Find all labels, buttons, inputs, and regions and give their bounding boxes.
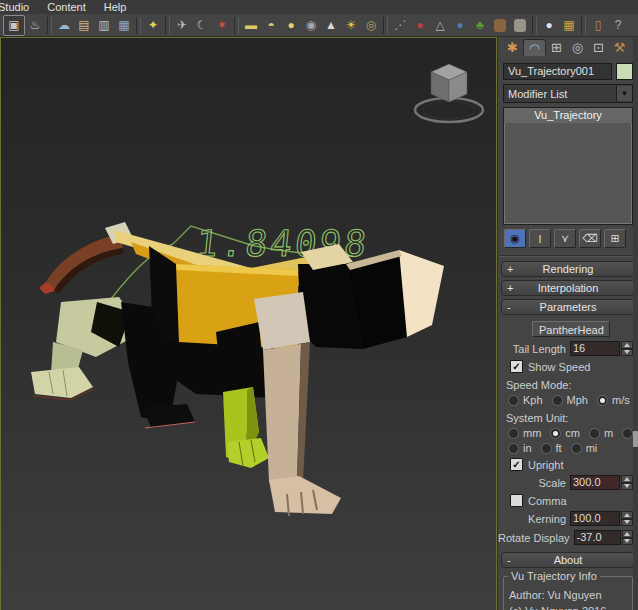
- help-icon[interactable]: ?: [608, 16, 628, 35]
- configure-modifier-sets-button[interactable]: ⊞: [604, 229, 626, 248]
- about-groupbox: Vu Trajectory Info Author: Vu Nguyen(c) …: [503, 576, 633, 610]
- rollout-interpolation[interactable]: + Interpolation: [501, 280, 635, 296]
- speed-mode-radio[interactable]: Kph: [508, 394, 543, 406]
- separator[interactable]: [532, 17, 537, 34]
- scale-spinner[interactable]: [621, 475, 633, 490]
- object-color-swatch[interactable]: [616, 63, 633, 80]
- airplane-icon[interactable]: ✈: [172, 16, 192, 35]
- schedule-icon[interactable]: ▦: [114, 16, 134, 35]
- rollout-parameters[interactable]: - Parameters: [501, 299, 635, 315]
- system-unit-radio[interactable]: in: [508, 442, 532, 454]
- about-line: (c) Vu Nguyen 2016: [509, 603, 627, 610]
- berry-icon[interactable]: ●: [410, 16, 430, 35]
- pin-stack-button[interactable]: ◉: [504, 229, 526, 248]
- separator[interactable]: [581, 17, 586, 34]
- light-bulb-icon[interactable]: ✦: [143, 16, 163, 35]
- sun-icon[interactable]: ☀: [341, 16, 361, 35]
- derrick-icon[interactable]: △: [430, 16, 450, 35]
- separator[interactable]: [165, 17, 170, 34]
- document-icon[interactable]: ▥: [94, 16, 114, 35]
- render-view-icon[interactable]: ▣: [3, 15, 25, 36]
- kerning-spinner[interactable]: [621, 511, 633, 526]
- about-group-title: Vu Trajectory Info: [508, 570, 600, 582]
- speed-mode-radio[interactable]: Mph: [552, 394, 588, 406]
- disc-icon[interactable]: ◎: [361, 16, 381, 35]
- scale-field[interactable]: 300.0: [570, 475, 620, 490]
- tab-hierarchy[interactable]: ⊞: [546, 39, 567, 56]
- tail-length-label: Tail Length: [513, 343, 566, 355]
- show-end-result-button[interactable]: I: [529, 229, 551, 248]
- sphere-white-icon[interactable]: ●: [539, 16, 559, 35]
- object-name-field[interactable]: Vu_Trajectory001: [503, 63, 612, 80]
- tab-display[interactable]: ⊡: [588, 39, 609, 56]
- speed-mode-radio[interactable]: m/s: [597, 394, 630, 406]
- red-burst-icon[interactable]: ✶: [212, 16, 232, 35]
- tab-motion[interactable]: ◎: [567, 39, 588, 56]
- system-unit-radio[interactable]: ft: [541, 442, 562, 454]
- speed-mode-label: Speed Mode:: [506, 379, 638, 391]
- dome-light-icon[interactable]: ◓: [261, 16, 281, 35]
- perspective-viewport[interactable]: 1.84098: [0, 37, 497, 610]
- divider: [500, 255, 636, 257]
- panther-icon[interactable]: [490, 16, 510, 35]
- rotate-display-field[interactable]: -37.0: [574, 530, 621, 545]
- system-unit-radio[interactable]: m: [589, 427, 613, 439]
- rect-light-icon[interactable]: ▬: [241, 16, 261, 35]
- tree-icon[interactable]: ♣: [470, 16, 490, 35]
- speed-mode-options: Kph Mph m/s: [508, 394, 638, 406]
- modifier-stack[interactable]: Vu_Trajectory: [503, 107, 633, 225]
- tab-create[interactable]: ✱: [502, 39, 523, 56]
- view-cube[interactable]: [415, 64, 483, 122]
- panther-front-foot: [269, 476, 341, 514]
- separator[interactable]: [234, 17, 239, 34]
- about-line: Author: Vu Nguyen: [509, 587, 627, 603]
- comma-checkbox[interactable]: [510, 494, 523, 507]
- system-unit-radio[interactable]: mm: [508, 427, 541, 439]
- rollout-rendering[interactable]: + Rendering: [501, 261, 635, 277]
- tab-utilities[interactable]: ⚒: [609, 39, 630, 56]
- menu-item[interactable]: Content: [38, 1, 95, 13]
- rain-icon[interactable]: ⋰: [390, 16, 410, 35]
- panel-scrollbar-thumb[interactable]: [633, 431, 638, 447]
- menu-item[interactable]: Studio: [0, 1, 38, 13]
- command-panel-tabs: ✱ ◠ ⊞ ◎ ⊡ ⚒: [498, 37, 638, 57]
- menu-bar: StudioContentHelp: [0, 0, 638, 14]
- planet-icon[interactable]: ●: [450, 16, 470, 35]
- rotate-display-label: Rotate Display: [498, 532, 570, 544]
- teapot-icon[interactable]: ♨: [25, 16, 45, 35]
- panther-model[interactable]: [31, 222, 444, 516]
- system-unit-row2: in ft mi: [508, 442, 638, 454]
- modifier-stack-item[interactable]: Vu_Trajectory: [504, 108, 632, 123]
- upright-checkbox[interactable]: [510, 458, 523, 471]
- cone-icon[interactable]: ▲: [321, 16, 341, 35]
- panther-scene: 1.84098: [1, 38, 498, 610]
- sphere-light-icon[interactable]: ●: [281, 16, 301, 35]
- menu-item[interactable]: Help: [95, 1, 136, 13]
- modifier-list-dropdown[interactable]: Modifier List ▼: [503, 84, 633, 103]
- separator[interactable]: [383, 17, 388, 34]
- tab-modify[interactable]: ◠: [523, 39, 546, 56]
- system-unit-radio[interactable]: mi: [571, 442, 598, 454]
- show-speed-checkbox[interactable]: [510, 360, 523, 373]
- chevron-down-icon[interactable]: ▼: [616, 86, 632, 101]
- kerning-field[interactable]: 100.0: [570, 511, 620, 526]
- separator[interactable]: [136, 17, 141, 34]
- remove-modifier-button[interactable]: ⌫: [579, 229, 601, 248]
- door-icon[interactable]: ▯: [588, 16, 608, 35]
- wolf-icon[interactable]: [510, 16, 530, 35]
- rotate-display-spinner[interactable]: [622, 530, 633, 545]
- eye-icon[interactable]: ◉: [301, 16, 321, 35]
- panel-scrollbar[interactable]: [633, 37, 638, 610]
- moon-icon[interactable]: ☾: [192, 16, 212, 35]
- rollout-about[interactable]: - About: [501, 552, 635, 568]
- panther-head-button[interactable]: PantherHead: [532, 321, 610, 337]
- cloud-icon[interactable]: ☁: [54, 16, 74, 35]
- tail-length-field[interactable]: 16: [570, 341, 620, 356]
- separator[interactable]: [47, 17, 52, 34]
- material-grid-icon[interactable]: ▦: [559, 16, 579, 35]
- system-unit-row1: mm cm m km: [508, 427, 638, 439]
- tail-length-spinner[interactable]: [621, 341, 633, 356]
- make-unique-button[interactable]: ⋎: [554, 229, 576, 248]
- system-unit-radio[interactable]: cm: [550, 427, 580, 439]
- image-icon[interactable]: ▤: [74, 16, 94, 35]
